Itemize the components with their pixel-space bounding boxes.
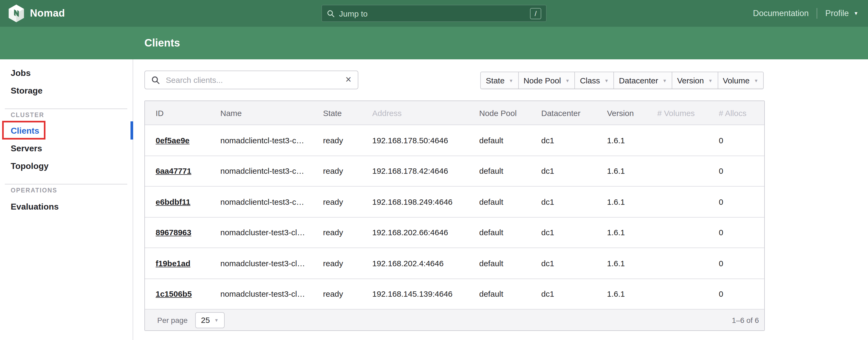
active-item-indicator	[130, 121, 133, 140]
top-nav-links: Documentation Profile ▼	[753, 8, 868, 19]
client-address: 192.168.202.66:4646	[372, 217, 479, 248]
pagination-range: 1–6 of 6	[732, 316, 759, 324]
client-node-pool: default	[479, 279, 541, 309]
client-node-pool: default	[479, 186, 541, 217]
client-datacenter: dc1	[541, 156, 607, 186]
filter-datacenter-button[interactable]: Datacenter ▼	[614, 72, 673, 89]
sidebar-section-operations: OPERATIONS	[11, 184, 133, 196]
filter-label: Node Pool	[524, 76, 561, 85]
client-datacenter: dc1	[541, 279, 607, 309]
client-state: ready	[323, 125, 372, 156]
search-icon	[151, 75, 160, 84]
column-header-volumes: # Volumes	[657, 101, 719, 125]
filter-class-button[interactable]: Class ▼	[575, 72, 614, 89]
client-id-link[interactable]: f19be1ad	[156, 259, 190, 268]
column-header-version[interactable]: Version	[607, 101, 657, 125]
filter-label: State	[486, 76, 505, 85]
column-header-node-pool[interactable]: Node Pool	[479, 101, 541, 125]
nomad-logo[interactable]: Nomad	[0, 4, 65, 23]
table-row[interactable]: e6bdbf11 nomadclientcl-test3-c… ready 19…	[145, 186, 764, 217]
client-allocs: 0	[719, 217, 764, 248]
top-nav-bar: Nomad Jump to / Documentation Profile ▼	[0, 0, 868, 27]
client-version: 1.6.1	[607, 156, 657, 186]
nav-divider	[817, 8, 817, 19]
filter-volume-button[interactable]: Volume ▼	[718, 72, 764, 89]
table-header-row: ID Name State Address Node Pool Datacent…	[145, 101, 764, 125]
client-node-pool: default	[479, 156, 541, 186]
client-id-link[interactable]: 89678963	[156, 228, 191, 237]
sidebar-item-evaluations[interactable]: Evaluations	[11, 198, 133, 215]
client-volumes	[657, 125, 719, 156]
column-header-id[interactable]: ID	[145, 101, 220, 125]
client-version: 1.6.1	[607, 248, 657, 279]
client-id-link[interactable]: e6bdbf11	[156, 197, 190, 206]
filter-label: Version	[677, 76, 704, 85]
chevron-down-icon: ▼	[509, 78, 514, 83]
keyboard-shortcut-badge: /	[530, 8, 541, 19]
chevron-down-icon: ▼	[565, 78, 570, 83]
page-title: Clients	[145, 27, 180, 59]
sidebar-item-topology[interactable]: Topology	[11, 157, 133, 175]
column-header-state[interactable]: State	[323, 101, 372, 125]
client-state: ready	[323, 279, 372, 309]
client-id-link[interactable]: 6aa47771	[156, 166, 191, 176]
per-page-value: 25	[201, 315, 210, 324]
client-name: nomadclientcl-test3-c…	[220, 156, 323, 186]
table-row[interactable]: 0ef5ae9e nomadclientcl-test3-c… ready 19…	[145, 125, 764, 156]
filter-bar: State ▼ Node Pool ▼ Class ▼ Datacenter ▼…	[480, 72, 764, 89]
table-footer: Per page 25 ▼ 1–6 of 6	[145, 310, 764, 330]
table-row[interactable]: 6aa47771 nomadclientcl-test3-c… ready 19…	[145, 156, 764, 186]
client-volumes	[657, 279, 719, 309]
client-address: 192.168.202.4:4646	[372, 248, 479, 279]
sidebar-item-servers[interactable]: Servers	[11, 140, 133, 157]
client-state: ready	[323, 186, 372, 217]
filter-state-button[interactable]: State ▼	[480, 72, 519, 89]
client-id-link[interactable]: 0ef5ae9e	[156, 136, 190, 145]
profile-menu[interactable]: Profile ▼	[825, 8, 858, 18]
client-address: 192.168.178.50:4646	[372, 125, 479, 156]
filter-version-button[interactable]: Version ▼	[672, 72, 718, 89]
table-row[interactable]: 89678963 nomadcluster-test3-cl… ready 19…	[145, 217, 764, 248]
table-row[interactable]: 1c1506b5 nomadcluster-test3-cl… ready 19…	[145, 279, 764, 309]
client-name: nomadcluster-test3-cl…	[220, 279, 323, 309]
chevron-down-icon: ▼	[662, 78, 667, 83]
client-node-pool: default	[479, 125, 541, 156]
client-allocs: 0	[719, 156, 764, 186]
client-datacenter: dc1	[541, 186, 607, 217]
nomad-cube-icon	[8, 4, 25, 23]
client-node-pool: default	[479, 248, 541, 279]
profile-label: Profile	[825, 8, 849, 18]
client-state: ready	[323, 217, 372, 248]
nomad-app: Nomad Jump to / Documentation Profile ▼ …	[0, 0, 868, 340]
client-version: 1.6.1	[607, 125, 657, 156]
table-row[interactable]: f19be1ad nomadcluster-test3-cl… ready 19…	[145, 248, 764, 279]
clear-search-icon[interactable]: ×	[345, 74, 351, 86]
client-name: nomadcluster-test3-cl…	[220, 248, 323, 279]
clients-search-box: ×	[145, 70, 358, 89]
chevron-down-icon: ▼	[604, 78, 609, 83]
client-datacenter: dc1	[541, 125, 607, 156]
sidebar-item-jobs[interactable]: Jobs	[11, 64, 133, 82]
client-volumes	[657, 217, 719, 248]
client-version: 1.6.1	[607, 217, 657, 248]
client-id-link[interactable]: 1c1506b5	[156, 289, 192, 299]
column-header-datacenter[interactable]: Datacenter	[541, 101, 607, 125]
chevron-down-icon: ▼	[708, 78, 713, 83]
filter-node-pool-button[interactable]: Node Pool ▼	[519, 72, 575, 89]
documentation-link[interactable]: Documentation	[753, 8, 809, 18]
client-state: ready	[323, 156, 372, 186]
client-address: 192.168.145.139:4646	[372, 279, 479, 309]
search-icon	[327, 9, 335, 18]
per-page-select[interactable]: 25 ▼	[195, 312, 225, 328]
client-datacenter: dc1	[541, 217, 607, 248]
clients-table: ID Name State Address Node Pool Datacent…	[145, 100, 765, 331]
client-volumes	[657, 248, 719, 279]
client-version: 1.6.1	[607, 279, 657, 309]
client-state: ready	[323, 248, 372, 279]
column-header-name[interactable]: Name	[220, 101, 323, 125]
search-clients-input[interactable]	[165, 75, 345, 85]
sidebar-item-storage[interactable]: Storage	[11, 82, 133, 99]
sidebar-item-clients[interactable]: Clients	[11, 122, 133, 140]
jump-to-search[interactable]: Jump to /	[321, 5, 547, 22]
per-page-label: Per page	[157, 316, 188, 324]
